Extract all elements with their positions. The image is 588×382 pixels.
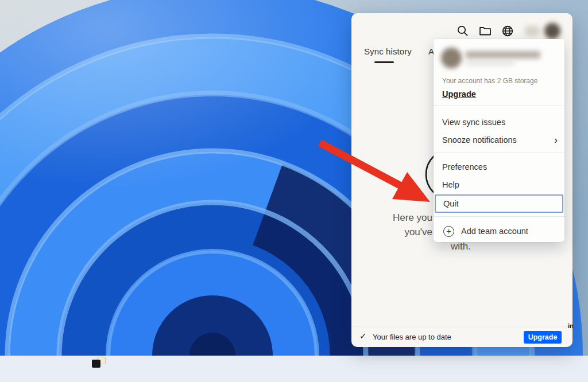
account-name-redacted	[466, 51, 540, 59]
watermark-text: in	[568, 322, 574, 329]
menu-item-snooze-notifications[interactable]: Snooze notifications ›	[434, 131, 564, 149]
menu-item-view-sync-issues[interactable]: View sync issues	[434, 114, 564, 131]
header-avatar[interactable]	[544, 23, 560, 39]
upgrade-link[interactable]: Upgrade	[442, 89, 476, 99]
sync-status-text: Your files are up to date	[373, 333, 451, 341]
check-icon: ✓	[359, 331, 367, 341]
menu-item-quit[interactable]: Quit	[435, 194, 563, 213]
menu-item-label: Snooze notifications	[442, 135, 517, 145]
add-team-account-label: Add team account	[461, 227, 528, 236]
tab-active-indicator	[374, 61, 394, 63]
account-avatar	[441, 48, 462, 68]
menu-item-preferences[interactable]: Preferences	[434, 158, 564, 176]
tab-sync-history[interactable]: Sync history	[364, 46, 412, 56]
chevron-right-icon: ›	[554, 131, 558, 149]
search-icon[interactable]	[456, 24, 470, 40]
menu-divider	[434, 216, 564, 217]
menu-item-help[interactable]: Help	[434, 176, 564, 194]
folder-icon[interactable]	[478, 24, 492, 40]
add-team-account-button[interactable]: + Add team account	[434, 220, 564, 242]
empty-state-text: Here you	[393, 212, 432, 224]
empty-state-text: you've	[404, 227, 432, 238]
upgrade-button[interactable]: Upgrade	[524, 331, 562, 344]
globe-icon[interactable]	[501, 24, 514, 40]
menu-divider	[434, 153, 564, 153]
footer-divider	[351, 326, 572, 326]
account-menu: Your account has 2 GB storage Upgrade Vi…	[434, 39, 564, 242]
plus-circle-icon: +	[443, 226, 454, 237]
storage-info: Your account has 2 GB storage	[442, 77, 537, 85]
notification-icon[interactable]	[525, 26, 540, 36]
menu-divider	[434, 106, 564, 106]
taskbar	[0, 356, 588, 382]
empty-state-text: with.	[451, 241, 471, 252]
task-view-icon[interactable]	[92, 357, 106, 368]
account-email-redacted	[466, 61, 514, 65]
